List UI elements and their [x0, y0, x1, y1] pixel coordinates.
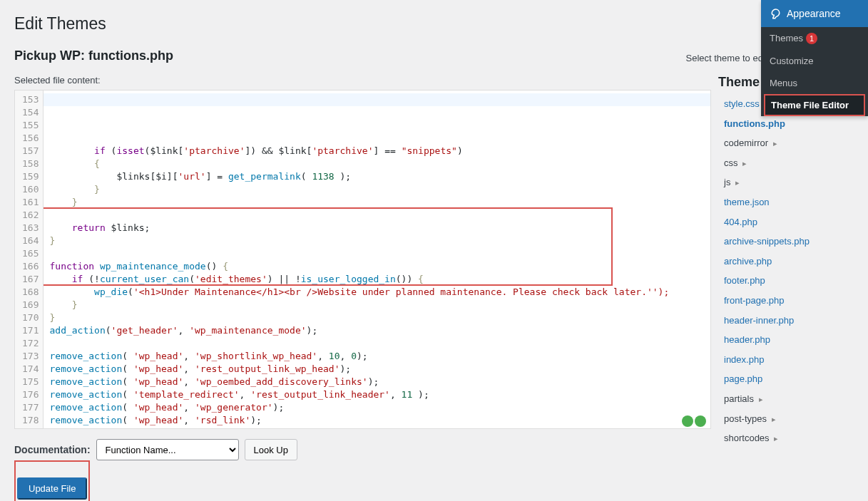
file-item[interactable]: header-inner.php: [718, 311, 854, 331]
file-link[interactable]: header-inner.php: [724, 315, 794, 326]
file-link[interactable]: archive-snippets.php: [724, 236, 810, 247]
line-numbers: 1531541551561571581591601611621631641651…: [15, 91, 44, 428]
file-link[interactable]: page.php: [724, 373, 762, 384]
chevron-right-icon: ▸: [774, 434, 778, 443]
file-link[interactable]: theme.json: [724, 197, 770, 207]
file-link[interactable]: css: [724, 157, 738, 168]
documentation-select[interactable]: Function Name...: [96, 439, 239, 460]
appearance-menu-header[interactable]: Appearance: [761, 0, 868, 27]
brush-icon: [768, 7, 781, 20]
chevron-right-icon: ▸: [759, 395, 763, 403]
file-item[interactable]: functions.php: [718, 114, 854, 134]
documentation-label: Documentation:: [14, 444, 91, 455]
file-link[interactable]: front-page.php: [724, 295, 785, 306]
flyout-item[interactable]: Menus: [761, 72, 868, 94]
file-link[interactable]: archive.php: [724, 256, 772, 267]
file-item[interactable]: css ▸: [718, 153, 854, 173]
update-badge: 1: [806, 33, 817, 44]
flyout-item[interactable]: Theme File Editor: [764, 94, 865, 116]
appearance-flyout: Appearance Themes1CustomizeMenusTheme Fi…: [761, 0, 868, 116]
chevron-right-icon: ▸: [772, 415, 776, 423]
file-item[interactable]: partials ▸: [718, 389, 854, 409]
file-link[interactable]: post-types: [724, 413, 767, 424]
file-item[interactable]: shortcodes ▸: [718, 428, 854, 448]
file-item[interactable]: post-types ▸: [718, 409, 854, 429]
file-link[interactable]: index.php: [724, 354, 764, 365]
code-editor[interactable]: 1531541551561571581591601611621631641651…: [14, 90, 711, 429]
selected-file-label: Selected file content:: [14, 75, 711, 86]
lookup-button[interactable]: Look Up: [245, 439, 297, 460]
file-link[interactable]: 404.php: [724, 217, 757, 227]
active-line-highlight: [44, 93, 710, 106]
flyout-item[interactable]: Themes1: [761, 27, 868, 50]
file-link[interactable]: style.css: [724, 98, 760, 109]
file-item[interactable]: header.php: [718, 330, 854, 350]
file-item[interactable]: page.php: [718, 369, 854, 389]
update-file-highlight: Update File: [14, 460, 90, 501]
file-link[interactable]: header.php: [724, 334, 770, 345]
file-link[interactable]: js: [724, 177, 730, 187]
page-title: Edit Themes: [14, 14, 854, 33]
file-item[interactable]: archive.php: [718, 252, 854, 272]
select-theme-label: Select theme to edit:: [685, 53, 770, 63]
file-item[interactable]: index.php: [718, 350, 854, 370]
file-item[interactable]: footer.php: [718, 271, 854, 291]
chevron-right-icon: ▸: [742, 159, 747, 167]
flyout-item[interactable]: Customize: [761, 50, 868, 72]
file-link[interactable]: shortcodes: [724, 433, 770, 443]
file-link[interactable]: functions.php: [724, 118, 785, 129]
file-item[interactable]: codemirror ▸: [718, 133, 854, 153]
update-file-button[interactable]: Update File: [17, 477, 87, 500]
chevron-right-icon: ▸: [773, 139, 777, 148]
file-link[interactable]: footer.php: [724, 275, 765, 286]
theme-file-list: style.cssfunctions.phpcodemirror ▸css ▸j…: [718, 94, 854, 448]
file-link[interactable]: partials: [724, 393, 754, 404]
file-item[interactable]: front-page.php: [718, 291, 854, 311]
file-item[interactable]: archive-snippets.php: [718, 232, 854, 252]
chevron-right-icon: ▸: [735, 178, 740, 187]
file-subtitle: Pickup WP: functions.php: [14, 48, 173, 63]
file-item[interactable]: 404.php: [718, 212, 854, 232]
file-item[interactable]: js ▸: [718, 172, 854, 192]
file-link[interactable]: codemirror: [724, 138, 768, 148]
file-item[interactable]: theme.json: [718, 192, 854, 212]
